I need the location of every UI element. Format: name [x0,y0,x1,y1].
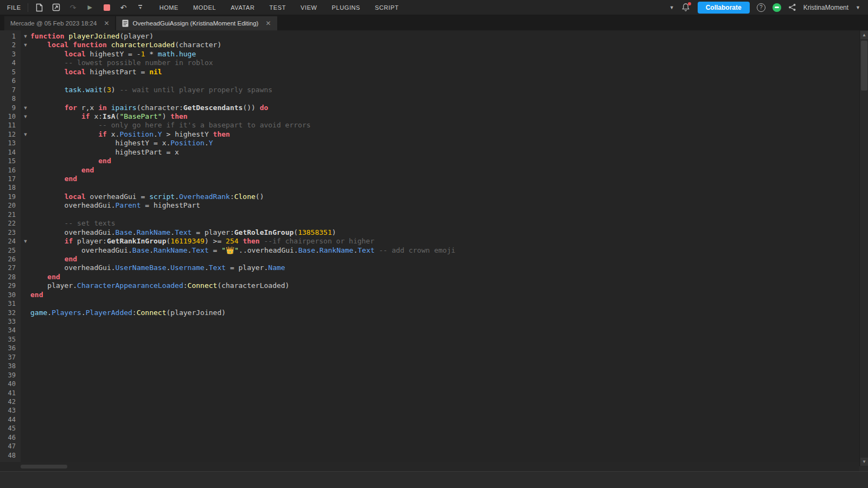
line-number: 42 [0,397,21,406]
vertical-scrollbar-thumb[interactable] [861,41,867,91]
fold-spacer [21,273,30,281]
redo-button[interactable]: ↷ [68,3,78,12]
line-number: 6 [0,76,21,85]
line-number: 10 [0,112,21,121]
fold-toggle-icon[interactable]: ▼ [21,130,30,139]
fold-toggle-icon[interactable]: ▼ [21,32,30,41]
line-number: 9 [0,104,21,112]
line-number: 31 [0,299,21,308]
vertical-scrollbar[interactable]: ▲ ▼ [859,30,868,466]
undo-icon: ↶ [120,3,127,12]
fold-toggle-icon[interactable]: ▼ [21,104,30,112]
tab-mercade[interactable]: Mercade @ 05 Feb 2023 18:24 ✕ [4,16,115,30]
fold-spacer [21,415,30,424]
code-line: end [30,291,859,299]
fold-spacer [21,397,30,406]
fold-spacer [21,451,30,460]
code-line [30,353,859,362]
menu-plugins[interactable]: PLUGINS [332,4,361,11]
line-number: 7 [0,86,21,94]
line-number: 32 [0,309,21,317]
busy-status-icon [775,7,779,8]
notifications-button[interactable] [681,3,691,12]
fold-spacer [21,86,30,94]
new-file-button[interactable] [35,3,44,12]
ribbon-collapse-chevron-icon[interactable]: ▼ [669,5,674,10]
tab-close-icon[interactable]: ✕ [265,20,271,27]
fold-spacer [21,389,30,397]
line-number: 20 [0,201,21,210]
stop-button[interactable] [102,3,112,12]
menu-view[interactable]: VIEW [301,4,317,11]
fold-spacer [21,309,30,317]
code-line: end [30,166,859,175]
fold-spacer [21,68,30,76]
fold-spacer [21,121,30,130]
code-line [30,380,859,388]
line-number: 41 [0,389,21,397]
fold-spacer [21,148,30,157]
redo-icon: ↷ [70,3,76,12]
tab-close-icon[interactable]: ✕ [104,20,109,27]
code-line: game.Players.PlayerAdded:Connect(playerJ… [30,309,859,317]
fold-spacer [21,291,30,299]
menu-home[interactable]: HOME [159,4,178,11]
line-number: 27 [0,264,21,272]
line-number: 19 [0,192,21,201]
code-line [30,424,859,433]
line-number: 23 [0,228,21,237]
code-line: if x.Position.Y > highestY then [30,130,859,139]
line-number: 18 [0,183,21,192]
code-line [30,433,859,442]
share-button[interactable] [788,3,796,11]
undo-button[interactable]: ↶ [119,3,129,12]
toolbar-overflow-button[interactable]: ▼ [136,3,145,12]
toolbar-separator [28,3,28,12]
menu-test[interactable]: TEST [270,4,286,11]
menu-model[interactable]: MODEL [193,4,216,11]
fold-toggle-icon[interactable]: ▼ [21,41,30,49]
code-line [30,326,859,335]
script-editor[interactable]: 1234567891011121314151617181920212223242… [0,30,859,462]
code-line [30,335,859,344]
fold-spacer [21,210,30,219]
fold-spacer [21,59,30,67]
fold-spacer [21,264,30,272]
menu-script[interactable]: SCRIPT [375,4,399,11]
script-icon [122,20,129,27]
user-menu-chevron-icon[interactable]: ▼ [856,5,860,10]
code-line: end [30,255,859,264]
code-line: highestY = x.Position.Y [30,139,859,147]
fold-spacer [21,50,30,59]
horizontal-scrollbar[interactable] [0,462,859,471]
line-number: 4 [0,59,21,67]
code-line [30,371,859,380]
code-line: end [30,273,859,281]
fold-spacer [21,433,30,442]
scroll-down-button[interactable]: ▼ [860,458,868,466]
open-place-button[interactable] [52,3,61,12]
fold-spacer [21,139,30,147]
toolbar: FILE ↷ ▶ ↶ ▼ HOME MODEL [0,0,868,15]
code-line: end [30,157,859,165]
line-number: 3 [0,50,21,59]
tab-overheadguiassign[interactable]: OverheadGuiAssign (KristinaMoment Editin… [116,16,277,30]
code-line [30,76,859,85]
file-menu-button[interactable]: FILE [0,4,28,11]
fold-spacer [21,228,30,237]
fold-spacer [21,442,30,451]
collaborate-button[interactable]: Collaborate [698,2,750,14]
play-button[interactable]: ▶ [85,3,95,12]
help-button[interactable]: ? [757,3,765,12]
fold-toggle-icon[interactable]: ▼ [21,237,30,246]
fold-toggle-icon[interactable]: ▼ [21,112,30,121]
menu-avatar[interactable]: AVATAR [231,4,254,11]
fold-spacer [21,255,30,264]
scroll-up-button[interactable]: ▲ [860,31,868,39]
horizontal-scrollbar-thumb[interactable] [21,465,67,468]
status-indicator-button[interactable] [773,3,781,12]
code-line [30,344,859,352]
code-area[interactable]: function playerJoined(player) local func… [30,30,859,462]
code-line: end [30,175,859,183]
code-line [30,397,859,406]
